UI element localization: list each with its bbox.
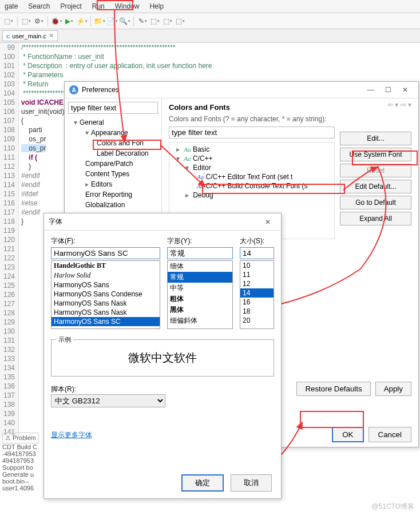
sample-label: 示例 bbox=[56, 335, 73, 344]
expand-all-button[interactable]: Expand All bbox=[340, 212, 411, 225]
toolbar-btn[interactable]: 🐞 bbox=[51, 16, 62, 26]
restore-defaults-button[interactable]: Restore Defaults bbox=[296, 382, 370, 396]
ok-button[interactable]: 确定 bbox=[181, 474, 224, 492]
style-input[interactable] bbox=[167, 247, 233, 259]
show-more-fonts-link[interactable]: 显示更多字体 bbox=[51, 430, 92, 440]
tree-general[interactable]: ▾General bbox=[68, 117, 158, 128]
editor-tabs: c user_main.c ✕ bbox=[0, 29, 420, 43]
c-file-icon: c bbox=[6, 33, 10, 39]
list-item[interactable]: 12 bbox=[240, 279, 274, 288]
line-gutter: 9910010110210310410510610710810911011111… bbox=[0, 43, 19, 437]
close-icon[interactable]: ✕ bbox=[49, 32, 54, 39]
toolbar-btn[interactable]: ⬚ bbox=[21, 16, 31, 26]
size-listbox[interactable]: 10 11 12 14 16 18 20 bbox=[240, 260, 274, 329]
toolbar-btn[interactable]: ⚙ bbox=[34, 16, 44, 26]
list-item[interactable]: 10 bbox=[240, 261, 274, 270]
apply-button[interactable]: Apply bbox=[375, 382, 411, 396]
list-item[interactable]: HandelGothic BT bbox=[51, 261, 160, 271]
list-item[interactable]: 18 bbox=[240, 307, 274, 316]
toolbar-btn[interactable]: ▶ bbox=[64, 16, 74, 26]
tree-colors-fonts[interactable]: Colors and Fon bbox=[91, 138, 158, 148]
tab-label: user_main.c bbox=[12, 33, 46, 39]
close-icon[interactable]: ✕ bbox=[259, 218, 276, 226]
toolbar-btn[interactable]: ⬚ bbox=[150, 16, 160, 26]
list-item-selected[interactable]: 常规 bbox=[168, 272, 232, 283]
dialog-titlebar[interactable]: 字体 ✕ bbox=[44, 213, 281, 231]
app-icon: A bbox=[69, 85, 78, 94]
use-system-font-button[interactable]: Use System Font bbox=[340, 148, 411, 161]
separator bbox=[47, 16, 48, 26]
list-item[interactable]: 中等 bbox=[168, 283, 232, 294]
tree-label-decoration[interactable]: Label Decoration bbox=[91, 148, 158, 159]
tree-editors[interactable]: ▸Editors bbox=[80, 179, 158, 189]
sample-text: 微软中文软件 bbox=[128, 351, 197, 364]
style-listbox[interactable]: 细体 常规 中等 粗体 黑体 细偏斜体 倾斜 bbox=[167, 260, 233, 329]
list-item[interactable]: 粗体 bbox=[168, 294, 232, 304]
toolbar-btn[interactable]: 📁 bbox=[94, 16, 105, 26]
menu-navigate[interactable]: gate bbox=[5, 2, 18, 10]
font-input[interactable] bbox=[51, 247, 160, 259]
list-item[interactable]: 16 bbox=[240, 298, 274, 307]
toolbar-btn[interactable]: ⚡ bbox=[77, 16, 87, 26]
dialog-title: 字体 bbox=[49, 217, 62, 227]
separator bbox=[17, 16, 18, 26]
toolbar-btn[interactable]: ⬚ bbox=[163, 16, 173, 26]
list-item[interactable]: 倾斜 bbox=[168, 326, 232, 329]
list-item[interactable]: HarmonyOS Sans Condense bbox=[51, 290, 160, 299]
minimize-icon[interactable]: — bbox=[362, 86, 379, 94]
list-item[interactable]: 细体 bbox=[168, 261, 232, 272]
side-buttons: Edit... Use System Font Reset Edit Defau… bbox=[340, 132, 411, 225]
list-item[interactable]: 细偏斜体 bbox=[168, 315, 232, 326]
toolbar-btn[interactable]: ⬚ bbox=[175, 16, 185, 26]
menu-help[interactable]: Help bbox=[149, 2, 164, 10]
list-item[interactable]: 11 bbox=[240, 270, 274, 279]
list-item[interactable]: 黑体 bbox=[168, 304, 232, 315]
nav-arrows[interactable]: ⇦ ▾ ⇨ ▾ bbox=[387, 101, 411, 109]
edit-default-button[interactable]: Edit Default... bbox=[340, 180, 411, 193]
reset-button: Reset bbox=[340, 164, 411, 177]
separator bbox=[90, 16, 91, 26]
tree-appearance[interactable]: ▾Appearance bbox=[80, 128, 158, 138]
ok-button[interactable]: OK bbox=[332, 427, 363, 442]
filter-input[interactable] bbox=[68, 102, 158, 114]
cancel-button[interactable]: Cancel bbox=[369, 427, 412, 442]
toolbar-btn[interactable]: ⬚ bbox=[3, 16, 14, 26]
size-input[interactable] bbox=[240, 247, 274, 259]
list-item[interactable]: HarmonyOS Sans Nask bbox=[51, 299, 160, 308]
cf-filter-input[interactable] bbox=[169, 126, 335, 138]
menu-run[interactable]: Run bbox=[92, 2, 105, 10]
maximize-icon[interactable]: ☐ bbox=[379, 86, 397, 94]
toolbar-btn[interactable]: 📄 bbox=[107, 16, 117, 26]
menu-window[interactable]: Window bbox=[115, 2, 140, 10]
edit-button[interactable]: Edit... bbox=[340, 132, 411, 145]
list-item[interactable]: HarmonyOS Sans Nask bbox=[51, 308, 160, 317]
menu-project[interactable]: Project bbox=[60, 2, 81, 10]
toolbar-btn[interactable]: ✎ bbox=[137, 16, 148, 26]
list-item[interactable]: Harlow Solid bbox=[51, 271, 160, 280]
list-item[interactable]: 20 bbox=[240, 316, 274, 325]
go-to-default-button[interactable]: Go to Default bbox=[340, 196, 411, 209]
toolbar: ⬚ ⬚ ⚙ 🐞 ▶ ⚡ 📁 📄 🔍 ✎ ⬚ ⬚ ⬚ bbox=[0, 13, 420, 29]
font-listbox[interactable]: HandelGothic BT Harlow Solid HarmonyOS S… bbox=[51, 260, 160, 329]
list-item-selected[interactable]: HarmonyOS Sans SC bbox=[51, 317, 160, 326]
list-item-selected[interactable]: 14 bbox=[240, 288, 274, 298]
dialog-titlebar: A Preferences — ☐ ✕ bbox=[65, 82, 418, 98]
list-item[interactable]: HarmonyOS Sans bbox=[51, 280, 160, 290]
toolbar-btn[interactable]: 🔍 bbox=[120, 16, 130, 26]
dialog-title: Preferences bbox=[82, 86, 119, 94]
tree-content-types[interactable]: Content Types bbox=[80, 169, 158, 179]
menu-search[interactable]: Search bbox=[28, 2, 50, 10]
script-label: 脚本(R): bbox=[51, 385, 76, 393]
hint-text: Colors and Fonts (? = any character, * =… bbox=[169, 115, 411, 123]
style-label: 字形(Y): bbox=[167, 236, 233, 246]
separator bbox=[133, 16, 134, 26]
tree-error-reporting[interactable]: Error Reporting bbox=[80, 189, 158, 200]
page-heading: Colors and Fonts bbox=[169, 103, 411, 112]
problems-tab[interactable]: ⚠ Problem bbox=[2, 433, 39, 443]
tree-compare[interactable]: Compare/Patch bbox=[80, 159, 158, 169]
cancel-button[interactable]: 取消 bbox=[231, 474, 272, 492]
editor-tab[interactable]: c user_main.c ✕ bbox=[2, 30, 58, 41]
tree-globalization[interactable]: Globalization bbox=[80, 200, 158, 210]
script-select[interactable]: 中文 GB2312 bbox=[51, 394, 165, 407]
close-icon[interactable]: ✕ bbox=[397, 86, 414, 94]
